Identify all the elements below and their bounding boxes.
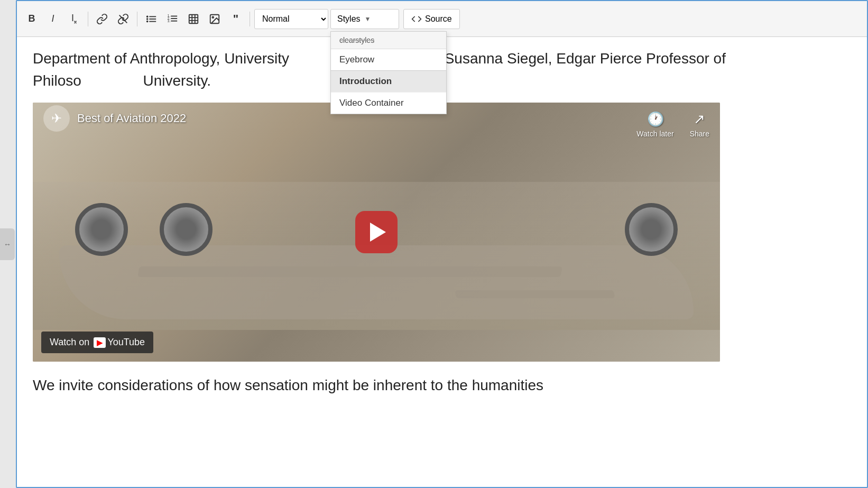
svg-point-19: [212, 16, 214, 18]
blockquote-button[interactable]: ": [226, 10, 245, 29]
youtube-logo-icon: ▶: [94, 337, 106, 348]
handle-icon: ↔: [4, 240, 11, 248]
svg-rect-13: [189, 14, 198, 23]
svg-rect-8: [171, 15, 177, 16]
source-icon: [411, 14, 422, 24]
svg-rect-2: [149, 16, 156, 17]
engine-left1: [75, 203, 128, 256]
toolbar: B I Ix: [17, 1, 867, 37]
watch-later-icon: 🕐: [647, 111, 664, 127]
watch-on-youtube-label: Watch on ▶ YouTube: [41, 332, 153, 353]
styles-dropdown-container: Styles ▼ clearstyles Eyebrow Introductio…: [330, 9, 399, 29]
svg-point-3: [146, 18, 149, 20]
svg-point-5: [146, 20, 149, 22]
svg-point-1: [146, 15, 149, 17]
italic-button[interactable]: I: [43, 10, 62, 29]
source-button[interactable]: Source: [403, 9, 460, 29]
svg-rect-12: [171, 20, 177, 21]
bold-button[interactable]: B: [22, 10, 41, 29]
source-label: Source: [425, 14, 452, 24]
left-resize-handle[interactable]: ↔: [0, 228, 15, 260]
svg-rect-6: [149, 21, 156, 22]
separator-1: [88, 12, 88, 26]
separator-3: [250, 12, 250, 26]
engine-left2: [160, 203, 213, 256]
youtube-logo: ▶ YouTube: [94, 337, 145, 348]
video-embed: ✈ Best of Aviation 2022 🕐 Watch later ↗ …: [33, 103, 720, 362]
styles-dropdown-menu: clearstyles Eyebrow Introduction Video C…: [330, 31, 447, 114]
share-button[interactable]: ↗ Share: [690, 111, 709, 138]
image-button[interactable]: [205, 10, 224, 29]
svg-rect-10: [171, 18, 177, 19]
svg-text:3.: 3.: [168, 19, 171, 22]
strikethrough-button[interactable]: Ix: [64, 10, 84, 29]
separator-2: [137, 12, 137, 26]
numbered-list-button[interactable]: 1. 2. 3.: [163, 10, 182, 29]
styles-arrow-icon: ▼: [365, 15, 371, 23]
bullet-list-button[interactable]: [142, 10, 161, 29]
dropdown-item-video-container[interactable]: Video Container: [331, 93, 446, 114]
play-button[interactable]: [355, 211, 398, 253]
editor-container: B I Ix: [16, 0, 868, 488]
link-button[interactable]: [93, 10, 112, 29]
unlink-button[interactable]: [114, 10, 133, 29]
dropdown-item-introduction[interactable]: Introduction: [331, 71, 446, 93]
youtube-text: YouTube: [107, 337, 145, 348]
dropdown-item-eyebrow[interactable]: Eyebrow: [331, 49, 446, 71]
watch-later-label: Watch later: [636, 130, 673, 138]
styles-label: Styles: [337, 14, 361, 24]
styles-dropdown-button[interactable]: Styles ▼: [330, 9, 399, 29]
video-title: Best of Aviation 2022: [77, 112, 186, 125]
svg-rect-4: [149, 19, 156, 20]
video-controls-top-right: 🕐 Watch later ↗ Share: [636, 111, 709, 138]
share-label: Share: [690, 130, 709, 138]
play-triangle-icon: [370, 223, 386, 242]
content-paragraph-2: We invite considerations of how sensatio…: [33, 374, 851, 397]
share-icon: ↗: [694, 111, 705, 127]
channel-icon: ✈: [43, 105, 70, 132]
paragraph-format-select[interactable]: Normal: [254, 9, 328, 29]
svg-line-0: [119, 15, 127, 23]
video-background: ✈ Best of Aviation 2022 🕐 Watch later ↗ …: [33, 103, 720, 362]
engine-right1: [625, 203, 678, 256]
table-button[interactable]: [184, 10, 203, 29]
watch-on-text: Watch on: [50, 337, 89, 348]
dropdown-clear-styles-header: clearstyles: [331, 32, 446, 49]
watch-later-button[interactable]: 🕐 Watch later: [636, 111, 673, 138]
